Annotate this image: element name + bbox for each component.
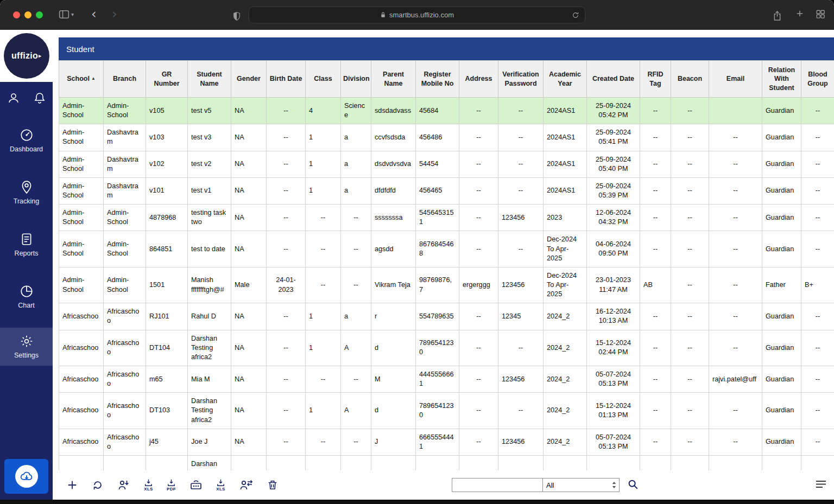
table-row[interactable]: Admin-SchoolAdmin-School864851test to da… xyxy=(59,231,834,267)
share-button[interactable] xyxy=(770,8,785,24)
sidebar-item-reports[interactable]: Reports xyxy=(0,226,53,264)
table-cell[interactable] xyxy=(59,455,104,470)
column-header[interactable]: Address xyxy=(459,61,498,98)
table-cell[interactable]: 23-01-2023 11:47 AM xyxy=(587,267,640,303)
table-row[interactable]: Admin-SchoolAdmin-School1501Manish fffff… xyxy=(59,267,834,303)
table-cell[interactable] xyxy=(709,98,762,124)
table-cell[interactable]: -- xyxy=(671,124,709,151)
table-cell[interactable]: Guardian xyxy=(762,366,801,392)
table-cell[interactable]: j45 xyxy=(146,429,188,455)
table-cell[interactable]: -- xyxy=(306,429,341,455)
cloud-sync-button[interactable] xyxy=(4,459,48,494)
table-cell[interactable]: m65 xyxy=(146,366,188,392)
table-cell[interactable]: agsdd xyxy=(371,231,416,267)
table-row[interactable]: AfricaschooAfricaschooDT103Darshan Testi… xyxy=(59,393,834,429)
table-cell[interactable]: 2024AS1 xyxy=(544,98,587,124)
table-cell[interactable]: -- xyxy=(267,393,306,429)
table-cell[interactable]: 123456 xyxy=(498,366,544,392)
close-window-button[interactable] xyxy=(13,11,20,18)
table-cell[interactable]: -- xyxy=(801,98,834,124)
table-row[interactable]: Admin-SchoolDashavtramv102test v2NA--1ad… xyxy=(59,151,834,177)
column-header[interactable]: Relation With Student xyxy=(762,61,801,98)
table-cell[interactable]: -- xyxy=(341,267,371,303)
table-cell[interactable]: 2024_2 xyxy=(544,330,587,366)
table-cell[interactable]: -- xyxy=(709,151,762,177)
table-row[interactable]: AfricaschooAfricaschooRJ101Rahul DNA--1a… xyxy=(59,303,834,330)
table-cell[interactable]: Admin-School xyxy=(59,98,104,124)
student-import-button[interactable] xyxy=(117,479,130,492)
table-cell[interactable] xyxy=(671,455,709,470)
table-cell[interactable]: 554789635 xyxy=(416,303,459,330)
table-cell[interactable]: Admin-School xyxy=(104,205,146,231)
table-cell[interactable]: -- xyxy=(671,429,709,455)
table-cell[interactable]: 1 xyxy=(306,151,341,177)
table-cell[interactable]: -- xyxy=(640,205,671,231)
table-cell[interactable]: Mia M xyxy=(188,366,231,392)
table-cell[interactable]: -- xyxy=(671,205,709,231)
table-cell[interactable]: -- xyxy=(306,231,341,267)
table-cell[interactable]: 2023 xyxy=(544,205,587,231)
column-header[interactable]: Gender xyxy=(231,61,267,98)
table-cell[interactable]: Africaschoo xyxy=(104,429,146,455)
table-cell[interactable]: testing task two xyxy=(188,205,231,231)
table-cell[interactable]: Africaschoo xyxy=(59,429,104,455)
table-row[interactable]: Admin-SchoolDashavtramv101test v1NA--1ad… xyxy=(59,177,834,204)
table-cell[interactable]: 4878968 xyxy=(146,205,188,231)
table-cell[interactable]: a xyxy=(341,303,371,330)
table-cell[interactable]: -- xyxy=(459,124,498,151)
table-cell[interactable]: Africaschoo xyxy=(59,303,104,330)
table-cell[interactable]: -- xyxy=(709,303,762,330)
table-cell[interactable]: 2024AS1 xyxy=(544,124,587,151)
table-cell[interactable]: Admin-School xyxy=(59,177,104,204)
table-cell[interactable] xyxy=(231,455,267,470)
table-cell[interactable]: Male xyxy=(231,267,267,303)
table-cell[interactable]: 54454 xyxy=(416,151,459,177)
table-cell[interactable] xyxy=(709,455,762,470)
table-cell[interactable]: -- xyxy=(267,366,306,392)
table-cell[interactable]: -- xyxy=(640,429,671,455)
table-cell[interactable]: -- xyxy=(709,205,762,231)
table-cell[interactable]: -- xyxy=(267,177,306,204)
table-cell[interactable]: 12345 xyxy=(498,303,544,330)
table-cell[interactable]: -- xyxy=(267,98,306,124)
refresh-button[interactable] xyxy=(92,479,104,491)
table-cell[interactable]: NA xyxy=(231,151,267,177)
table-cell[interactable]: a xyxy=(341,124,371,151)
table-cell[interactable]: -- xyxy=(341,205,371,231)
table-cell[interactable]: 15-12-2024 01:13 PM xyxy=(587,393,640,429)
table-cell[interactable]: 25-09-2024 05:40 PM xyxy=(587,151,640,177)
download-xls-button[interactable]: XLS xyxy=(144,479,153,492)
uffizio-logo[interactable]: uffizio▸ xyxy=(4,33,49,79)
table-cell[interactable]: NA xyxy=(231,124,267,151)
table-cell[interactable]: Africaschoo xyxy=(104,366,146,392)
search-input[interactable] xyxy=(452,478,543,492)
column-header[interactable]: Verification Password xyxy=(498,61,544,98)
table-cell[interactable]: -- xyxy=(671,151,709,177)
table-cell[interactable]: Darshan Testing africa2 xyxy=(188,393,231,429)
table-cell[interactable]: 6665554441 xyxy=(416,429,459,455)
table-cell[interactable]: test v2 xyxy=(188,151,231,177)
privacy-report-button[interactable] xyxy=(230,9,243,24)
table-cell[interactable]: -- xyxy=(671,177,709,204)
table-cell[interactable]: -- xyxy=(671,267,709,303)
table-cell[interactable]: -- xyxy=(459,303,498,330)
table-cell[interactable] xyxy=(587,455,640,470)
table-cell[interactable]: d xyxy=(371,393,416,429)
table-cell[interactable] xyxy=(104,455,146,470)
table-cell[interactable]: -- xyxy=(459,177,498,204)
table-cell[interactable]: -- xyxy=(801,177,834,204)
table-cell[interactable] xyxy=(146,455,188,470)
table-cell[interactable]: AB xyxy=(640,267,671,303)
column-header[interactable]: School▲ xyxy=(59,61,104,98)
table-cell[interactable]: 4445556661 xyxy=(416,366,459,392)
table-cell[interactable]: -- xyxy=(267,330,306,366)
table-cell[interactable]: Darshan xyxy=(188,455,231,470)
table-cell[interactable]: Guardian xyxy=(762,303,801,330)
table-cell[interactable]: test v3 xyxy=(188,124,231,151)
table-cell[interactable]: -- xyxy=(709,393,762,429)
table-cell[interactable]: -- xyxy=(640,330,671,366)
column-header[interactable]: Student Name xyxy=(188,61,231,98)
table-cell[interactable]: 456465 xyxy=(416,177,459,204)
column-header[interactable]: Created Date xyxy=(587,61,640,98)
table-cell[interactable]: Father xyxy=(762,267,801,303)
